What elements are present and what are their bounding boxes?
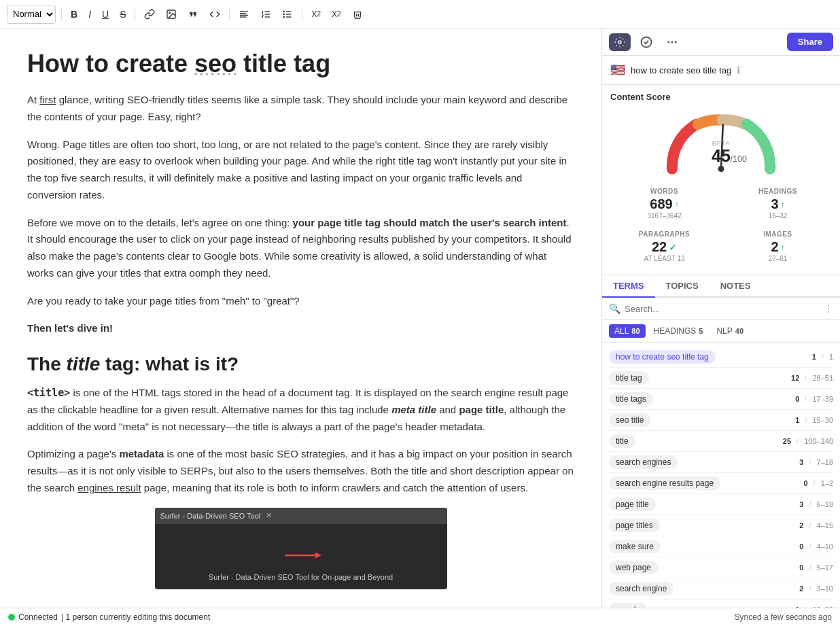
images-arrow: ↑ bbox=[781, 243, 785, 252]
term-badge[interactable]: search engine results page bbox=[609, 476, 720, 490]
style-select[interactable]: Normal bbox=[7, 5, 56, 24]
flag-icon: 🇺🇸 bbox=[610, 63, 625, 77]
term-scores: 0/17–39 bbox=[795, 395, 833, 403]
term-scores: 25/100–140 bbox=[783, 437, 833, 445]
list-item: how to create seo title tag1/1 bbox=[609, 347, 833, 368]
paragraph-2: Wrong. Page titles are often too short, … bbox=[27, 137, 574, 204]
clear-format-button[interactable] bbox=[349, 7, 366, 22]
paragraph-4: Are you ready to take your page titles f… bbox=[27, 293, 574, 310]
link-button[interactable] bbox=[141, 7, 158, 22]
content-score-title: Content Score bbox=[610, 92, 832, 102]
list-item: page title3/6–18 bbox=[609, 494, 833, 515]
article-title: How to create seo title tag bbox=[27, 49, 574, 78]
content-score-section: Content Score 45 bbox=[602, 85, 840, 275]
sidebar-topbar: Share bbox=[602, 29, 840, 56]
editor-body[interactable]: At first glance, writing SEO-friendly ti… bbox=[27, 92, 574, 589]
tab-terms[interactable]: TERMS bbox=[602, 275, 655, 298]
quote-button[interactable] bbox=[184, 7, 202, 22]
first-link[interactable]: first bbox=[39, 94, 56, 105]
ul-button[interactable] bbox=[279, 7, 296, 22]
paragraph-6: <title> is one of the HTML tags stored i… bbox=[27, 385, 574, 435]
paragraph-5: Then let's dive in! bbox=[27, 320, 574, 337]
words-range: 3167–3642 bbox=[613, 212, 716, 220]
svg-point-19 bbox=[667, 41, 669, 43]
info-icon[interactable]: ℹ bbox=[737, 65, 740, 75]
status-bar: Connected | 1 person currently editing t… bbox=[0, 608, 840, 626]
check-button[interactable] bbox=[636, 33, 657, 51]
svg-point-14 bbox=[283, 16, 284, 17]
term-badge[interactable]: how to create seo title tag bbox=[609, 350, 716, 364]
toolbar: Normal B I U S X2 X2 bbox=[0, 0, 840, 29]
svg-point-21 bbox=[675, 41, 677, 43]
headings-label: HEADINGS bbox=[727, 188, 829, 195]
term-badge[interactable]: page title bbox=[609, 498, 656, 511]
term-badge[interactable]: google bbox=[609, 603, 647, 608]
term-badge[interactable]: title tag bbox=[609, 371, 649, 385]
paragraph-3: Before we move on to the details, let's … bbox=[27, 215, 574, 282]
subtab-all[interactable]: ALL 80 bbox=[609, 324, 646, 338]
section-heading-1: The title tag: what is it? bbox=[27, 353, 574, 375]
italic-button[interactable]: I bbox=[85, 7, 94, 22]
bold-button[interactable]: B bbox=[67, 7, 81, 22]
list-item: search engines3/7–18 bbox=[609, 452, 833, 473]
term-badge[interactable]: title tags bbox=[609, 392, 653, 406]
list-item: seo title1/15–30 bbox=[609, 410, 833, 431]
svg-point-17 bbox=[618, 41, 621, 44]
subtab-headings[interactable]: HEADINGS 5 bbox=[648, 324, 709, 338]
term-scores: 3/6–18 bbox=[799, 500, 833, 508]
paragraphs-stat: PARAGRAPHS 22 ✓ AT LEAST 13 bbox=[610, 226, 718, 266]
paragraphs-value: 22 ✓ bbox=[613, 239, 716, 255]
filter-icon[interactable]: ⋮ bbox=[824, 303, 833, 314]
paragraphs-label: PARAGRAPHS bbox=[613, 230, 716, 238]
gauge-container: 45 /100 BETA bbox=[610, 107, 832, 175]
image-caption: Surfer - Data-Driven SEO Tool for On-pag… bbox=[209, 573, 393, 581]
ol-button[interactable] bbox=[257, 7, 275, 22]
image-button[interactable] bbox=[162, 7, 180, 22]
tab-topics[interactable]: TOPICS bbox=[655, 275, 710, 298]
list-item: web page0/5–17 bbox=[609, 557, 833, 578]
more-button[interactable] bbox=[662, 33, 682, 51]
headings-arrow: ↑ bbox=[781, 200, 785, 209]
subscript-button[interactable]: X2 bbox=[308, 7, 324, 21]
superscript-button[interactable]: X2 bbox=[328, 7, 345, 21]
term-badge[interactable]: search engine bbox=[609, 582, 673, 595]
share-button[interactable]: Share bbox=[787, 33, 833, 51]
words-stat: WORDS 689 ↑ 3167–3642 bbox=[610, 184, 718, 224]
svg-text:BETA: BETA bbox=[712, 140, 730, 147]
images-stat: IMAGES 2 ↑ 27–61 bbox=[724, 226, 832, 266]
separator-1 bbox=[61, 7, 62, 21]
term-scores: 0/5–17 bbox=[799, 563, 833, 572]
settings-button[interactable] bbox=[609, 33, 631, 51]
term-badge[interactable]: search engines bbox=[609, 455, 678, 469]
editor-pane[interactable]: How to create seo title tag At first gla… bbox=[0, 29, 602, 608]
code-tag: <title> bbox=[27, 387, 70, 399]
term-badge[interactable]: page titles bbox=[609, 519, 660, 532]
subtab-nlp[interactable]: NLP 40 bbox=[711, 324, 749, 338]
terms-list: how to create seo title tag1/1title tag1… bbox=[602, 343, 840, 608]
tab-notes[interactable]: NOTES bbox=[710, 275, 762, 298]
strikethrough-button[interactable]: S bbox=[116, 7, 129, 22]
bold-phrase: your page title tag should match the use… bbox=[293, 217, 567, 228]
search-row: 🔍 ⋮ bbox=[602, 298, 840, 320]
list-item: title tags0/17–39 bbox=[609, 389, 833, 410]
list-item: title tag12/28–51 bbox=[609, 368, 833, 389]
image-arrow-icon bbox=[281, 545, 321, 566]
svg-point-20 bbox=[671, 41, 673, 43]
term-badge[interactable]: title bbox=[609, 434, 635, 448]
term-scores: 3/7–18 bbox=[799, 458, 833, 466]
term-badge[interactable]: make sure bbox=[609, 540, 661, 553]
term-badge[interactable]: web page bbox=[609, 561, 658, 574]
underline-button[interactable]: U bbox=[99, 7, 112, 22]
term-scores: 1/1 bbox=[812, 353, 833, 361]
align-button[interactable] bbox=[235, 7, 253, 22]
engines-result-link[interactable]: engines result bbox=[77, 482, 141, 493]
metadata-bold: metadata bbox=[119, 448, 164, 459]
status-detail: | 1 person currently editing this docume… bbox=[61, 612, 210, 622]
paragraph-1: At first glance, writing SEO-friendly ti… bbox=[27, 92, 574, 126]
term-badge[interactable]: seo title bbox=[609, 413, 650, 427]
search-input[interactable] bbox=[625, 304, 820, 314]
status-dot bbox=[8, 614, 15, 621]
connected-label: Connected bbox=[18, 612, 58, 622]
term-scores: 0/4–10 bbox=[799, 542, 833, 551]
code-button[interactable] bbox=[206, 7, 224, 22]
